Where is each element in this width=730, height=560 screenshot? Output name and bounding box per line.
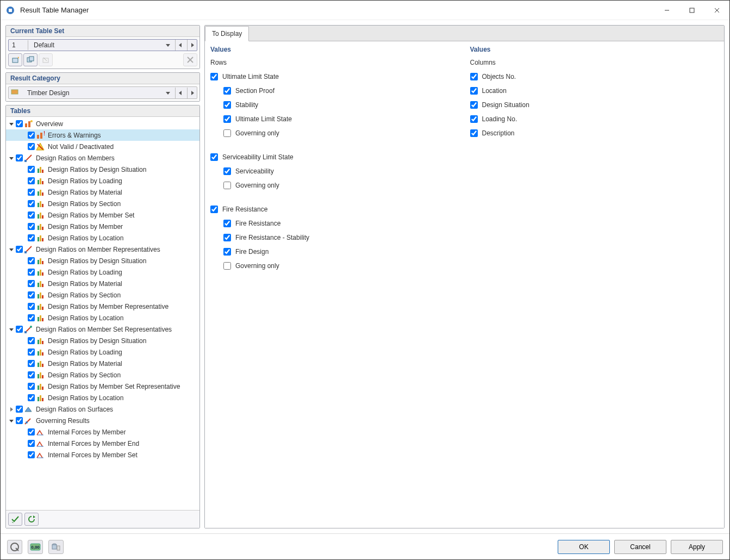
row-item-checkbox[interactable] (223, 234, 231, 241)
tree-item-checkbox[interactable] (28, 234, 35, 241)
tree-item-checkbox[interactable] (16, 246, 23, 253)
tree-item[interactable]: Design Ratios on Member Set Representati… (6, 323, 199, 335)
duplicate-set-button[interactable] (23, 53, 38, 66)
col-item-checkbox[interactable] (470, 101, 478, 109)
tab-to-display[interactable]: To Display (205, 26, 249, 41)
tree-item-checkbox[interactable] (16, 120, 23, 127)
chevron-down-icon[interactable] (163, 88, 173, 98)
tree-item[interactable]: Design Ratios by Member (6, 221, 199, 232)
col-item-checkbox[interactable] (470, 129, 478, 137)
row-item-checkbox[interactable] (223, 115, 231, 123)
collapse-toggle-icon[interactable] (8, 121, 15, 127)
expand-toggle-icon[interactable] (8, 406, 15, 413)
tree-item[interactable]: Not Valid / Deactivated (6, 141, 199, 152)
tree-item[interactable]: Internal Forces by Member Set (6, 449, 199, 461)
tree-item-checkbox[interactable] (28, 371, 35, 378)
tree-item-checkbox[interactable] (16, 406, 23, 413)
tree-item[interactable]: Design Ratios by Material (6, 278, 199, 289)
tree-item[interactable]: Design Ratios by Member Set Representati… (6, 381, 199, 392)
tree-item[interactable]: Design Ratios by Section (6, 198, 199, 209)
tree-item[interactable]: Design Ratios by Loading (6, 266, 199, 278)
row-item-checkbox[interactable] (223, 87, 231, 95)
tree-item[interactable]: Internal Forces by Member End (6, 438, 199, 449)
col-item-checkbox[interactable] (470, 73, 478, 80)
help-button[interactable] (7, 540, 22, 554)
next-set-button[interactable] (187, 40, 197, 51)
tree-item-checkbox[interactable] (28, 200, 35, 207)
tree-item[interactable]: Design Ratios by Material (6, 358, 199, 369)
row-item-checkbox[interactable] (223, 129, 231, 137)
tree-item-checkbox[interactable] (28, 394, 35, 401)
row-item-checkbox[interactable] (223, 182, 231, 189)
close-button[interactable] (704, 1, 729, 20)
tree-item-checkbox[interactable] (28, 189, 35, 196)
row-group-checkbox[interactable] (210, 73, 218, 80)
tree-item-checkbox[interactable] (28, 132, 35, 139)
tree-item[interactable]: !Errors & Warnings (6, 129, 199, 141)
col-item-checkbox[interactable] (470, 87, 478, 95)
export-button[interactable] (48, 540, 64, 554)
tree-item-checkbox[interactable] (16, 417, 23, 424)
tree-item-checkbox[interactable] (28, 166, 35, 173)
tree-item-checkbox[interactable] (28, 223, 35, 230)
tree-item[interactable]: Design Ratios by Location (6, 392, 199, 403)
tree-item-checkbox[interactable] (16, 154, 23, 161)
maximize-button[interactable] (679, 1, 704, 20)
check-all-button[interactable] (8, 513, 22, 526)
refresh-tree-button[interactable] (24, 513, 39, 526)
row-item-checkbox[interactable] (223, 262, 231, 270)
row-item-checkbox[interactable] (223, 167, 231, 175)
tree-item-checkbox[interactable] (28, 451, 35, 458)
tree-item[interactable]: Design Ratios by Member Set (6, 209, 199, 221)
tree-item-checkbox[interactable] (28, 314, 35, 321)
table-set-dropdown[interactable]: 1 Default (8, 39, 197, 51)
tree-item-checkbox[interactable] (28, 383, 35, 390)
tree-item[interactable]: Design Ratios on Surfaces (6, 403, 199, 415)
tree-item-checkbox[interactable] (28, 360, 35, 367)
tree-item[interactable]: Design Ratios by Material (6, 186, 199, 198)
row-item-checkbox[interactable] (223, 101, 231, 109)
tree-item-checkbox[interactable] (28, 428, 35, 435)
tree-item-checkbox[interactable] (28, 257, 35, 264)
tree-item[interactable]: Design Ratios by Member Representative (6, 301, 199, 312)
tree-item-checkbox[interactable] (28, 303, 35, 310)
tree-item-checkbox[interactable] (28, 269, 35, 276)
edit-set-button[interactable] (39, 53, 53, 66)
tree-item[interactable]: Design Ratios by Section (6, 289, 199, 301)
collapse-toggle-icon[interactable] (8, 418, 15, 424)
tree-item[interactable]: Design Ratios by Loading (6, 346, 199, 358)
row-item-checkbox[interactable] (223, 220, 231, 227)
tree-item[interactable]: Design Ratios on Member Representatives (6, 244, 199, 255)
tree-item[interactable]: Design Ratios by Design Situation (6, 255, 199, 266)
col-item-checkbox[interactable] (470, 115, 478, 123)
tree-item[interactable]: Design Ratios by Location (6, 312, 199, 323)
tree-item[interactable]: Design Ratios by Section (6, 369, 199, 381)
tree-item[interactable]: Design Ratios by Location (6, 232, 199, 244)
tables-tree[interactable]: Overview!Errors & WarningsNot Valid / De… (6, 117, 199, 510)
collapse-toggle-icon[interactable] (8, 246, 15, 253)
category-dropdown[interactable]: Timber Design (8, 86, 197, 99)
ok-button[interactable]: OK (558, 540, 610, 554)
prev-set-button[interactable] (175, 40, 185, 51)
collapse-toggle-icon[interactable] (8, 155, 15, 161)
tree-item[interactable]: Design Ratios by Design Situation (6, 335, 199, 346)
cancel-button[interactable]: Cancel (614, 540, 666, 554)
tree-item-checkbox[interactable] (28, 143, 35, 150)
tree-item-checkbox[interactable] (28, 349, 35, 356)
tree-item[interactable]: Overview (6, 118, 199, 129)
tree-item-checkbox[interactable] (28, 291, 35, 298)
tree-item-checkbox[interactable] (28, 177, 35, 184)
row-group-checkbox[interactable] (210, 153, 218, 161)
tree-item-checkbox[interactable] (28, 211, 35, 219)
row-item-checkbox[interactable] (223, 248, 231, 256)
row-group-checkbox[interactable] (210, 206, 218, 213)
tree-item-checkbox[interactable] (28, 337, 35, 344)
tree-item[interactable]: Design Ratios on Members (6, 152, 199, 164)
tree-item[interactable]: Design Ratios by Design Situation (6, 164, 199, 175)
units-button[interactable]: 0,00 (28, 540, 43, 554)
new-set-button[interactable] (8, 53, 22, 66)
tree-item-checkbox[interactable] (28, 280, 35, 287)
collapse-toggle-icon[interactable] (8, 326, 15, 333)
tree-item[interactable]: Governing Results (6, 415, 199, 426)
apply-button[interactable]: Apply (671, 540, 723, 554)
